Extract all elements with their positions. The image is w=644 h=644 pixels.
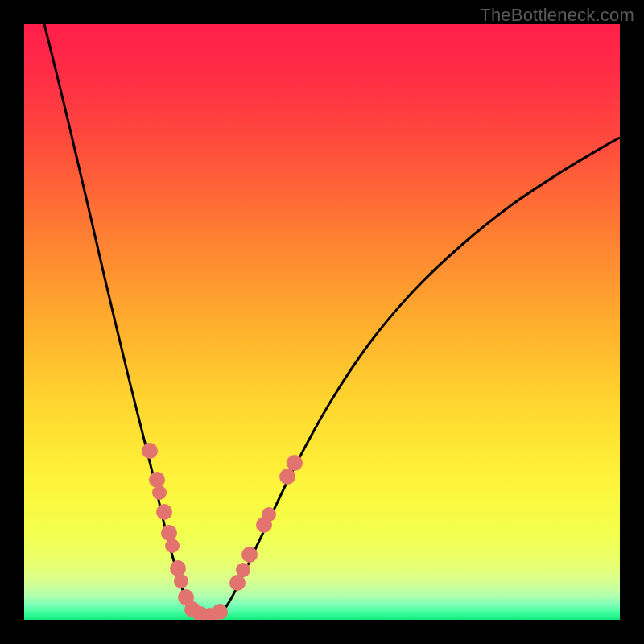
marker-dot [236, 563, 250, 577]
curve-line [44, 24, 620, 618]
marker-dot [287, 455, 303, 471]
marker-dot [170, 560, 186, 576]
marker-group [142, 443, 303, 620]
marker-dot [212, 604, 228, 620]
marker-dot [161, 525, 177, 541]
marker-dot [242, 547, 258, 563]
marker-dot [142, 443, 158, 459]
plot-frame [24, 24, 620, 620]
marker-dot [174, 574, 188, 588]
marker-dot [152, 485, 167, 500]
marker-dot [149, 472, 165, 488]
marker-dot [262, 507, 276, 522]
marker-dot [165, 539, 180, 553]
marker-dot [279, 469, 295, 485]
bottleneck-curve [24, 24, 620, 620]
watermark-text: TheBottleneck.com [480, 5, 634, 26]
marker-dot [156, 504, 172, 520]
